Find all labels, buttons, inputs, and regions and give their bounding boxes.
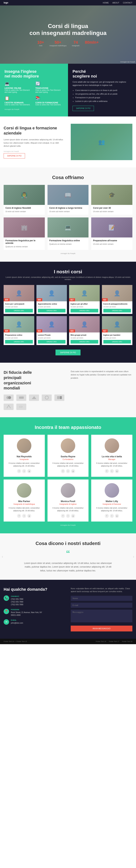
corso-price-0: $30 — [4, 298, 10, 301]
perche-list-item-2: Formazione in piccoli gruppi — [75, 96, 132, 99]
insegna-item-1-desc: Click to select the Text Element and sta… — [35, 89, 63, 93]
corso-desc-2: Ut enim ad minim — [71, 306, 98, 308]
corso-btn-2[interactable]: ORDINA ORA — [71, 309, 98, 312]
corsi-saperne-button[interactable]: SAPERNE DI PIÙ — [55, 349, 81, 355]
offriamo-item-3: 🏢 Formazione linguistica per le aziende … — [4, 217, 45, 250]
formazione-icon: 📚 — [35, 96, 63, 101]
team-name-5: Walter Lilly — [94, 500, 130, 503]
nav-links: HOME ABOUT CONTACT — [103, 2, 132, 4]
team-avatar-4 — [61, 483, 75, 498]
corso-body-6: Mini-gruppi privati Ut enim ad minim ORD… — [69, 333, 100, 345]
footer: Footer Text 14 — Footer Text 15 Footer T… — [0, 639, 136, 644]
di-fiducia-desc: Duis aute irure dolor in reprehenderit i… — [71, 370, 132, 380]
footer-link-2[interactable]: Footer Text 18 — [122, 641, 132, 642]
offriamo-text-1: Corsi di inglese a lungo termine Ut enim… — [47, 205, 89, 215]
team-avatar-3 — [17, 483, 31, 498]
team-socials-5: f t g — [94, 514, 130, 518]
team-social-gp-0[interactable]: g — [27, 469, 31, 473]
team-social-gp-3[interactable]: g — [27, 514, 31, 518]
offriamo-item-5: 📝 Preparazione all'esame Ut enim ad mini… — [91, 217, 132, 250]
insegna-item-3: 📚 CORSI DI FORMAZIONE Click to select th… — [35, 96, 63, 106]
corso-desc-5: Ut enim ad minim — [38, 337, 65, 339]
team-social-gp-4[interactable]: g — [71, 514, 75, 518]
contact-label-0: CHIAMACI — [11, 595, 23, 597]
team-social-gp-5[interactable]: g — [115, 514, 119, 518]
team-desc-5: Il ricorso relativo dal amet, consectetu… — [94, 506, 130, 512]
offriamo-item-1: 📖 Corsi di inglese a lungo termine Ut en… — [47, 185, 89, 215]
testimonial-text: Lorem ipsum dolor sit amet, consectetur … — [23, 561, 114, 572]
corso-btn-1[interactable]: ORDINA ORA — [38, 309, 65, 312]
team-card-1: Sasha Rayne Co-fondatrice Il ricorso rel… — [47, 435, 89, 477]
contact-value-2: john@doe.com — [11, 622, 23, 624]
corso-card-5: 👤 $22 Lezioni Private Ut enim ad minim O… — [37, 316, 67, 345]
team-card-0: Nat Reynolds Insegnante Il ricorso relat… — [4, 435, 45, 477]
email-icon: ✉ — [5, 621, 7, 623]
offriamo-text-3: Formazione linguistica per le aziende Qu… — [4, 238, 45, 250]
team-avatar-2 — [105, 438, 119, 453]
form-email-input[interactable] — [71, 603, 132, 608]
team-title: Incontra il team appassionato — [4, 425, 132, 430]
svg-point-4 — [45, 396, 48, 399]
nav-about[interactable]: ABOUT — [112, 2, 119, 4]
team-social-fb-4[interactable]: f — [61, 514, 65, 518]
corso-btn-7[interactable]: ORDINA ORA — [103, 340, 131, 344]
team-name-1: Sasha Rayne — [50, 455, 86, 458]
corso-img-4: 👤 $20 — [4, 316, 34, 333]
testimonial-prev-arrow[interactable]: ‹ — [2, 555, 3, 559]
nav-home[interactable]: HOME — [103, 2, 109, 4]
team-social-fb-0[interactable]: f — [17, 469, 21, 473]
perche-saperne-button[interactable]: SAPERNE DI PIÙ — [73, 106, 94, 111]
perche-list-item-1: Un programma ad hoc, che offre più di un… — [75, 92, 132, 96]
corso-title-1: Apprendimento online — [38, 303, 65, 305]
team-social-gp-2[interactable]: g — [115, 469, 119, 473]
team-social-gp-1[interactable]: g — [71, 469, 75, 473]
corso-img-5: 👤 $22 — [37, 316, 67, 333]
corso-btn-3[interactable]: ORDINA ORA — [103, 309, 131, 312]
corsi-az-image: 👥 — [71, 124, 132, 160]
form-submit-button[interactable]: INVIA MESSAGGIO — [71, 626, 132, 631]
team-social-tw-4[interactable]: t — [66, 514, 70, 518]
corso-btn-6[interactable]: ORDINA ORA — [71, 340, 98, 344]
team-social-tw-3[interactable]: t — [22, 514, 26, 518]
phone-icon-wrap: 📞 — [4, 595, 9, 601]
corso-body-0: Corsi per i principianti Ut enim ad mini… — [4, 301, 34, 314]
corso-price-4: $20 — [4, 329, 10, 333]
footer-link-0[interactable]: Footer Text 16 — [96, 641, 106, 642]
footer-link-1[interactable]: Footer Text 17 — [109, 641, 119, 642]
corso-btn-4[interactable]: ORDINA ORA — [5, 340, 33, 344]
svg-marker-3 — [32, 396, 37, 399]
team-socials-2: f t g — [94, 469, 130, 473]
stat-74-num: 74 — [72, 40, 80, 45]
team-social-fb-1[interactable]: f — [61, 469, 65, 473]
faq-desc: Nunc vulputate libero et velit interdum,… — [71, 587, 132, 593]
team-name-0: Nat Reynolds — [6, 455, 42, 458]
team-avatar-0 — [17, 438, 31, 453]
offriamo-desc-2: Ut enim ad minim veniam — [93, 210, 131, 213]
logo-3 — [42, 395, 52, 401]
form-message-input[interactable] — [71, 610, 132, 622]
form-name-input[interactable] — [71, 596, 132, 601]
team-social-fb-2[interactable]: f — [105, 469, 109, 473]
corso-btn-5[interactable]: ORDINA ORA — [38, 340, 65, 344]
team-social-tw-1[interactable]: t — [66, 469, 70, 473]
offriamo-img-4: 💻 — [47, 217, 89, 238]
team-social-tw-2[interactable]: t — [110, 469, 114, 473]
team-social-tw-5[interactable]: t — [110, 514, 114, 518]
nav-contact[interactable]: CONTACT — [123, 2, 132, 4]
stat-80m: 80mln+ — [85, 40, 99, 46]
team-social-fb-3[interactable]: f — [17, 514, 21, 518]
corso-card-7: 👤 $17 Inglese per bambini Ut enim ad min… — [102, 316, 133, 345]
corso-price-2: $17 — [69, 298, 75, 301]
corsi-az-saperne-button[interactable]: SAPERNE DI PIÙ — [4, 153, 25, 158]
testimonial-next-arrow[interactable]: › — [133, 555, 134, 559]
team-social-fb-5[interactable]: f — [105, 514, 109, 518]
hero-stats: 10+ Anni 50+ Insegnanti madrelingua 74 I… — [30, 40, 107, 46]
form-email-group — [71, 603, 132, 608]
corso-btn-0[interactable]: ORDINA ORA — [5, 309, 33, 312]
location-icon-wrap: 📍 — [4, 609, 9, 614]
offriamo-title-3: Formazione linguistica per le aziende — [5, 239, 43, 244]
nostri-corsi-subtitle: Lorem ipsum dolor sit amet, consectetur … — [4, 276, 132, 280]
team-social-tw-0[interactable]: t — [22, 469, 26, 473]
contact-item-0: 📞 CHIAMACI (702) 555-7890 (702) 555-7890… — [4, 595, 65, 606]
email-icon-wrap: ✉ — [4, 619, 9, 625]
